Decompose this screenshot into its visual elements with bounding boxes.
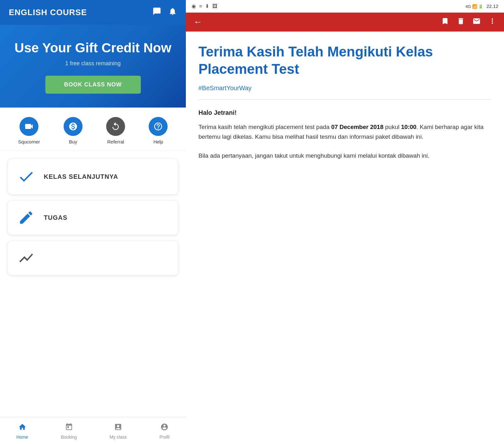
pencil-icon (17, 209, 35, 226)
bottom-nav: Home Booking My class Profil (0, 417, 186, 444)
banner-title: Use Your Gift Credit Now (14, 40, 171, 56)
profil-label: Profil (159, 435, 169, 440)
buy-label: Buy (69, 139, 77, 144)
myclass-icon (114, 423, 122, 433)
kelas-selanjutnya-card[interactable]: KELAS SELANJUTNYA (8, 159, 178, 195)
email-main-title: Terima Kasih Telah Mengikuti Kelas Place… (198, 43, 491, 78)
menu-icon: ≡ (199, 3, 202, 9)
profil-icon (160, 423, 169, 433)
menu-cards: KELAS SELANJUTNYA TUGAS (0, 151, 186, 444)
left-panel: ENGLISH COURSE Use Your Gift Credit Now … (0, 0, 186, 444)
download-icon: ⬇ (205, 3, 209, 9)
back-button[interactable]: ← (193, 17, 202, 27)
buy-icon (64, 117, 83, 136)
help-icon-item[interactable]: Help (149, 117, 168, 144)
booking-icon (65, 423, 73, 433)
check-icon (17, 168, 35, 185)
action-bar: ← (186, 13, 504, 32)
squcorner-icon-item[interactable]: Squcorner (18, 117, 40, 144)
referral-icon-item[interactable]: Referral (106, 117, 125, 144)
mail-button[interactable] (472, 17, 481, 27)
delete-button[interactable] (457, 17, 465, 27)
kelas-selanjutnya-label: KELAS SELANJUTNYA (44, 173, 118, 180)
status-bar: ◉ ≡ ⬇ 🖼 4G 📶 🔋 22.12 (186, 0, 504, 13)
header-icons (152, 7, 177, 18)
email-greeting: Halo Jetrani! (198, 109, 491, 116)
nav-myclass[interactable]: My class (105, 422, 132, 441)
book-class-button[interactable]: BOOK CLASS NOW (45, 76, 141, 94)
email-time: 10:00 (401, 124, 416, 130)
help-icon (149, 117, 168, 136)
chart-icon (17, 250, 35, 266)
tugas-label: TUGAS (44, 214, 67, 221)
status-time: 4G 📶 🔋 22.12 (466, 3, 498, 9)
bell-icon[interactable] (168, 7, 177, 18)
nav-booking[interactable]: Booking (56, 422, 82, 441)
image-icon: 🖼 (212, 3, 217, 9)
chart-card[interactable] (8, 241, 178, 275)
banner-subtitle: 1 free class remaining (65, 60, 121, 67)
more-button[interactable] (488, 17, 496, 27)
email-divider (198, 99, 491, 100)
email-footer-text: Bila ada pertanyaan, jangan takut untuk … (198, 151, 491, 161)
body-line2: pukul (383, 124, 401, 130)
home-icon (18, 423, 26, 433)
nav-profil[interactable]: Profil (154, 422, 175, 441)
tugas-card[interactable]: TUGAS (8, 200, 178, 235)
body-line1: Terima kasih telah mengikuti placement t… (198, 124, 331, 130)
home-label: Home (16, 435, 28, 440)
squcorner-label: Squcorner (18, 139, 40, 144)
nav-home[interactable]: Home (11, 422, 33, 441)
booking-label: Booking (61, 435, 77, 440)
app-header: ENGLISH COURSE (0, 0, 186, 25)
action-bar-icons (441, 17, 496, 27)
email-hashtag: #BeSmartYourWay (198, 85, 491, 92)
app-title: ENGLISH COURSE (9, 8, 87, 17)
email-content: Terima Kasih Telah Mengikuti Kelas Place… (186, 32, 504, 444)
myclass-label: My class (110, 435, 127, 440)
referral-icon (106, 117, 125, 136)
status-left-icons: ◉ ≡ ⬇ 🖼 (192, 3, 217, 9)
clock-display: 22.12 (486, 3, 498, 9)
buy-icon-item[interactable]: Buy (64, 117, 83, 144)
svg-rect-0 (25, 125, 26, 126)
help-label: Help (153, 139, 163, 144)
banner: Use Your Gift Credit Now 1 free class re… (0, 25, 186, 108)
chat-icon[interactable] (152, 7, 161, 18)
network-indicator: 4G 📶 🔋 (466, 4, 484, 9)
referral-label: Referral (107, 139, 124, 144)
right-panel: ◉ ≡ ⬇ 🖼 4G 📶 🔋 22.12 ← (186, 0, 504, 444)
instagram-icon: ◉ (192, 3, 196, 9)
squcorner-icon (20, 117, 38, 136)
bookmark-button[interactable] (441, 17, 449, 27)
email-body-text: Terima kasih telah mengikuti placement t… (198, 122, 491, 142)
email-date: 07 December 2018 (331, 124, 383, 130)
quick-icons-row: Squcorner Buy Referral Help (0, 108, 186, 151)
